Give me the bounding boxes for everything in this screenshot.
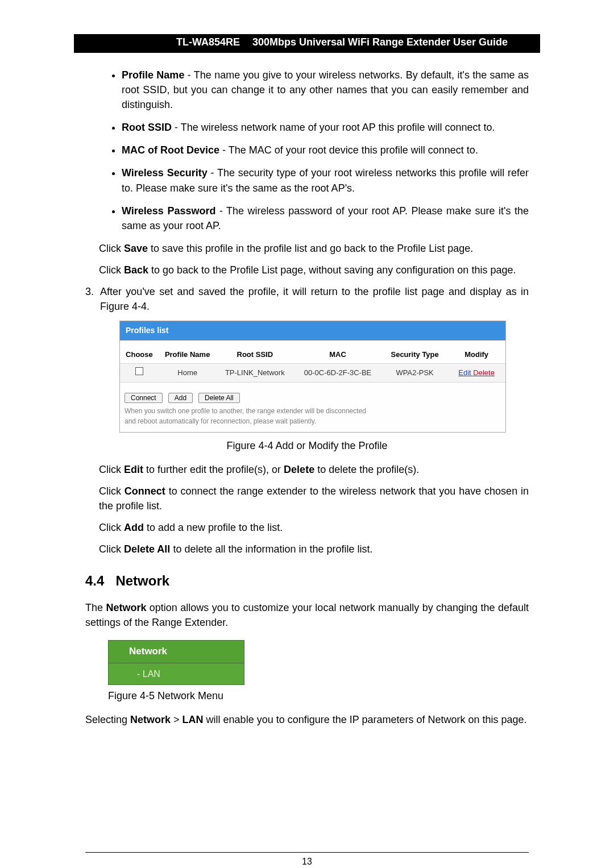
network-menu-item-lan[interactable]: - LAN bbox=[109, 663, 244, 684]
list-item: Profile Name - The name you give to your… bbox=[122, 68, 529, 112]
network-menu: Network - LAN bbox=[108, 640, 244, 685]
header-rule bbox=[74, 51, 540, 53]
profiles-hint-2: and reboot automatically for reconnectio… bbox=[120, 416, 505, 426]
table-header-row: Choose Profile Name Root SSID MAC Securi… bbox=[120, 346, 505, 364]
delete-link[interactable]: Delete bbox=[473, 368, 495, 377]
term: Wireless Password bbox=[122, 205, 215, 217]
back-instruction: Click Back to go back to the Profile Lis… bbox=[99, 263, 529, 277]
cell-root-ssid: TP-LINK_Network bbox=[216, 364, 293, 383]
col-profile-name: Profile Name bbox=[159, 346, 217, 364]
step-3: 3. After you've set and saved the profil… bbox=[85, 284, 529, 314]
step-text: After you've set and saved the profile, … bbox=[100, 284, 529, 314]
list-item: Wireless Password - The wireless passwor… bbox=[122, 203, 529, 233]
add-instruction: Click Add to add a new profile to the li… bbox=[99, 520, 529, 535]
selecting-instruction: Selecting Network > LAN will enable you … bbox=[85, 712, 529, 727]
col-root-ssid: Root SSID bbox=[216, 346, 293, 364]
page-number: 13 bbox=[85, 855, 529, 868]
profiles-list-panel: Profiles list Choose Profile Name Root S… bbox=[119, 321, 506, 432]
profiles-buttons: Connect Add Delete All bbox=[120, 383, 505, 405]
section-number: 4.4 bbox=[85, 571, 104, 591]
connect-instruction: Click Connect to connect the range exten… bbox=[99, 484, 529, 513]
cell-choose bbox=[120, 364, 159, 383]
list-item: Root SSID - The wireless network name of… bbox=[122, 120, 529, 135]
term: MAC of Root Device bbox=[122, 144, 219, 156]
edit-link[interactable]: Edit bbox=[458, 368, 471, 377]
term: Root SSID bbox=[122, 122, 172, 133]
doc-title: 300Mbps Universal WiFi Range Extender Us… bbox=[246, 34, 540, 51]
col-choose: Choose bbox=[120, 346, 159, 364]
network-menu-header[interactable]: Network bbox=[109, 641, 244, 663]
cell-modify: Edit Delete bbox=[447, 364, 505, 383]
connect-button[interactable]: Connect bbox=[125, 393, 163, 403]
list-item: Wireless Security - The security type of… bbox=[122, 165, 529, 195]
cell-profile-name: Home bbox=[159, 364, 217, 383]
definition-list: Profile Name - The name you give to your… bbox=[122, 68, 529, 233]
model-label: TL-WA854RE bbox=[74, 34, 246, 51]
footer-rule bbox=[85, 852, 529, 853]
definition: - The wireless network name of your root… bbox=[172, 122, 495, 133]
section-name: Network bbox=[115, 571, 169, 591]
add-button[interactable]: Add bbox=[168, 393, 193, 403]
col-security: Security Type bbox=[382, 346, 447, 364]
col-modify: Modify bbox=[447, 346, 505, 364]
page-footer: 13 bbox=[85, 852, 529, 868]
list-item: MAC of Root Device - The MAC of your roo… bbox=[122, 143, 529, 157]
figure-4-5-caption: Figure 4-5 Network Menu bbox=[108, 688, 529, 703]
profiles-hint-1: When you switch one profile to another, … bbox=[120, 405, 505, 416]
choose-checkbox[interactable] bbox=[135, 367, 143, 375]
definition: - The MAC of your root device this profi… bbox=[219, 144, 478, 156]
delete-all-instruction: Click Delete All to delete all the infor… bbox=[99, 542, 529, 556]
profiles-title: Profiles list bbox=[120, 321, 505, 340]
save-instruction: Click Save to save this profile in the p… bbox=[99, 241, 529, 256]
edit-instruction: Click Edit to further edit the profile(s… bbox=[99, 462, 529, 477]
step-number: 3. bbox=[85, 284, 100, 314]
section-4-4-title: 4.4 Network bbox=[85, 571, 529, 591]
figure-4-4-caption: Figure 4-4 Add or Modify the Profile bbox=[85, 438, 529, 453]
col-mac: MAC bbox=[293, 346, 382, 364]
term: Profile Name bbox=[122, 69, 184, 81]
document-header: TL-WA854RE 300Mbps Universal WiFi Range … bbox=[74, 34, 540, 51]
table-row: Home TP-LINK_Network 00-0C-6D-2F-3C-BE W… bbox=[120, 364, 505, 383]
cell-mac: 00-0C-6D-2F-3C-BE bbox=[293, 364, 382, 383]
profiles-table: Choose Profile Name Root SSID MAC Securi… bbox=[120, 346, 505, 383]
delete-all-button[interactable]: Delete All bbox=[198, 393, 240, 403]
cell-security: WPA2-PSK bbox=[382, 364, 447, 383]
network-intro: The Network option allows you to customi… bbox=[85, 600, 529, 630]
term: Wireless Security bbox=[122, 167, 208, 178]
